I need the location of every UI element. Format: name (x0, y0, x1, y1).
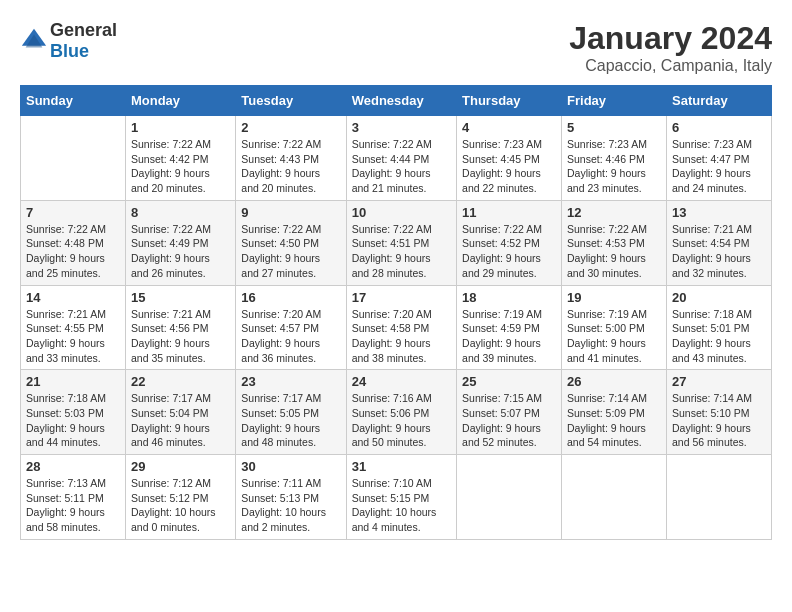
day-info: Sunrise: 7:17 AMSunset: 5:05 PMDaylight:… (241, 391, 340, 450)
day-number: 2 (241, 120, 340, 135)
day-cell: 19Sunrise: 7:19 AMSunset: 5:00 PMDayligh… (562, 285, 667, 370)
day-info: Sunrise: 7:14 AMSunset: 5:09 PMDaylight:… (567, 391, 661, 450)
day-number: 7 (26, 205, 120, 220)
day-number: 16 (241, 290, 340, 305)
day-info: Sunrise: 7:22 AMSunset: 4:51 PMDaylight:… (352, 222, 451, 281)
day-number: 13 (672, 205, 766, 220)
day-number: 11 (462, 205, 556, 220)
day-cell (457, 455, 562, 540)
calendar-header: SundayMondayTuesdayWednesdayThursdayFrid… (21, 86, 772, 116)
header-cell-saturday: Saturday (666, 86, 771, 116)
day-number: 23 (241, 374, 340, 389)
day-cell (21, 116, 126, 201)
day-info: Sunrise: 7:15 AMSunset: 5:07 PMDaylight:… (462, 391, 556, 450)
day-cell: 17Sunrise: 7:20 AMSunset: 4:58 PMDayligh… (346, 285, 456, 370)
day-number: 22 (131, 374, 230, 389)
day-info: Sunrise: 7:23 AMSunset: 4:47 PMDaylight:… (672, 137, 766, 196)
header-cell-friday: Friday (562, 86, 667, 116)
day-cell: 23Sunrise: 7:17 AMSunset: 5:05 PMDayligh… (236, 370, 346, 455)
day-number: 25 (462, 374, 556, 389)
day-info: Sunrise: 7:20 AMSunset: 4:57 PMDaylight:… (241, 307, 340, 366)
day-cell: 22Sunrise: 7:17 AMSunset: 5:04 PMDayligh… (125, 370, 235, 455)
day-info: Sunrise: 7:19 AMSunset: 4:59 PMDaylight:… (462, 307, 556, 366)
day-cell: 27Sunrise: 7:14 AMSunset: 5:10 PMDayligh… (666, 370, 771, 455)
header-cell-thursday: Thursday (457, 86, 562, 116)
day-number: 29 (131, 459, 230, 474)
day-cell: 3Sunrise: 7:22 AMSunset: 4:44 PMDaylight… (346, 116, 456, 201)
day-number: 1 (131, 120, 230, 135)
day-info: Sunrise: 7:13 AMSunset: 5:11 PMDaylight:… (26, 476, 120, 535)
day-cell: 31Sunrise: 7:10 AMSunset: 5:15 PMDayligh… (346, 455, 456, 540)
day-info: Sunrise: 7:22 AMSunset: 4:50 PMDaylight:… (241, 222, 340, 281)
day-cell: 30Sunrise: 7:11 AMSunset: 5:13 PMDayligh… (236, 455, 346, 540)
day-cell: 24Sunrise: 7:16 AMSunset: 5:06 PMDayligh… (346, 370, 456, 455)
logo-icon (20, 27, 48, 55)
week-row-4: 21Sunrise: 7:18 AMSunset: 5:03 PMDayligh… (21, 370, 772, 455)
day-number: 8 (131, 205, 230, 220)
day-cell: 28Sunrise: 7:13 AMSunset: 5:11 PMDayligh… (21, 455, 126, 540)
day-info: Sunrise: 7:22 AMSunset: 4:43 PMDaylight:… (241, 137, 340, 196)
day-number: 20 (672, 290, 766, 305)
day-number: 19 (567, 290, 661, 305)
day-info: Sunrise: 7:22 AMSunset: 4:48 PMDaylight:… (26, 222, 120, 281)
day-number: 15 (131, 290, 230, 305)
day-cell: 8Sunrise: 7:22 AMSunset: 4:49 PMDaylight… (125, 200, 235, 285)
day-number: 6 (672, 120, 766, 135)
day-info: Sunrise: 7:22 AMSunset: 4:53 PMDaylight:… (567, 222, 661, 281)
calendar-subtitle: Capaccio, Campania, Italy (569, 57, 772, 75)
day-cell: 12Sunrise: 7:22 AMSunset: 4:53 PMDayligh… (562, 200, 667, 285)
day-cell: 2Sunrise: 7:22 AMSunset: 4:43 PMDaylight… (236, 116, 346, 201)
header-row: SundayMondayTuesdayWednesdayThursdayFrid… (21, 86, 772, 116)
day-info: Sunrise: 7:21 AMSunset: 4:55 PMDaylight:… (26, 307, 120, 366)
day-info: Sunrise: 7:18 AMSunset: 5:03 PMDaylight:… (26, 391, 120, 450)
week-row-5: 28Sunrise: 7:13 AMSunset: 5:11 PMDayligh… (21, 455, 772, 540)
header-cell-monday: Monday (125, 86, 235, 116)
day-number: 4 (462, 120, 556, 135)
day-cell (666, 455, 771, 540)
logo-general-text: General (50, 20, 117, 40)
day-cell: 13Sunrise: 7:21 AMSunset: 4:54 PMDayligh… (666, 200, 771, 285)
day-cell (562, 455, 667, 540)
day-info: Sunrise: 7:14 AMSunset: 5:10 PMDaylight:… (672, 391, 766, 450)
day-cell: 6Sunrise: 7:23 AMSunset: 4:47 PMDaylight… (666, 116, 771, 201)
day-number: 3 (352, 120, 451, 135)
day-cell: 1Sunrise: 7:22 AMSunset: 4:42 PMDaylight… (125, 116, 235, 201)
day-info: Sunrise: 7:11 AMSunset: 5:13 PMDaylight:… (241, 476, 340, 535)
day-info: Sunrise: 7:22 AMSunset: 4:49 PMDaylight:… (131, 222, 230, 281)
week-row-2: 7Sunrise: 7:22 AMSunset: 4:48 PMDaylight… (21, 200, 772, 285)
day-info: Sunrise: 7:19 AMSunset: 5:00 PMDaylight:… (567, 307, 661, 366)
calendar-body: 1Sunrise: 7:22 AMSunset: 4:42 PMDaylight… (21, 116, 772, 540)
day-info: Sunrise: 7:22 AMSunset: 4:44 PMDaylight:… (352, 137, 451, 196)
day-info: Sunrise: 7:23 AMSunset: 4:46 PMDaylight:… (567, 137, 661, 196)
day-cell: 29Sunrise: 7:12 AMSunset: 5:12 PMDayligh… (125, 455, 235, 540)
day-info: Sunrise: 7:20 AMSunset: 4:58 PMDaylight:… (352, 307, 451, 366)
title-block: January 2024 Capaccio, Campania, Italy (569, 20, 772, 75)
calendar-table: SundayMondayTuesdayWednesdayThursdayFrid… (20, 85, 772, 540)
day-number: 18 (462, 290, 556, 305)
header-cell-tuesday: Tuesday (236, 86, 346, 116)
day-cell: 25Sunrise: 7:15 AMSunset: 5:07 PMDayligh… (457, 370, 562, 455)
week-row-1: 1Sunrise: 7:22 AMSunset: 4:42 PMDaylight… (21, 116, 772, 201)
logo: General Blue (20, 20, 117, 62)
day-info: Sunrise: 7:22 AMSunset: 4:52 PMDaylight:… (462, 222, 556, 281)
day-number: 28 (26, 459, 120, 474)
day-cell: 9Sunrise: 7:22 AMSunset: 4:50 PMDaylight… (236, 200, 346, 285)
day-number: 27 (672, 374, 766, 389)
day-info: Sunrise: 7:23 AMSunset: 4:45 PMDaylight:… (462, 137, 556, 196)
day-info: Sunrise: 7:12 AMSunset: 5:12 PMDaylight:… (131, 476, 230, 535)
day-cell: 7Sunrise: 7:22 AMSunset: 4:48 PMDaylight… (21, 200, 126, 285)
week-row-3: 14Sunrise: 7:21 AMSunset: 4:55 PMDayligh… (21, 285, 772, 370)
calendar-title: January 2024 (569, 20, 772, 57)
day-number: 5 (567, 120, 661, 135)
day-info: Sunrise: 7:21 AMSunset: 4:56 PMDaylight:… (131, 307, 230, 366)
day-cell: 4Sunrise: 7:23 AMSunset: 4:45 PMDaylight… (457, 116, 562, 201)
day-cell: 26Sunrise: 7:14 AMSunset: 5:09 PMDayligh… (562, 370, 667, 455)
day-cell: 16Sunrise: 7:20 AMSunset: 4:57 PMDayligh… (236, 285, 346, 370)
day-number: 12 (567, 205, 661, 220)
page-header: General Blue January 2024 Capaccio, Camp… (20, 20, 772, 75)
day-info: Sunrise: 7:18 AMSunset: 5:01 PMDaylight:… (672, 307, 766, 366)
day-number: 17 (352, 290, 451, 305)
day-cell: 5Sunrise: 7:23 AMSunset: 4:46 PMDaylight… (562, 116, 667, 201)
day-number: 26 (567, 374, 661, 389)
day-cell: 15Sunrise: 7:21 AMSunset: 4:56 PMDayligh… (125, 285, 235, 370)
